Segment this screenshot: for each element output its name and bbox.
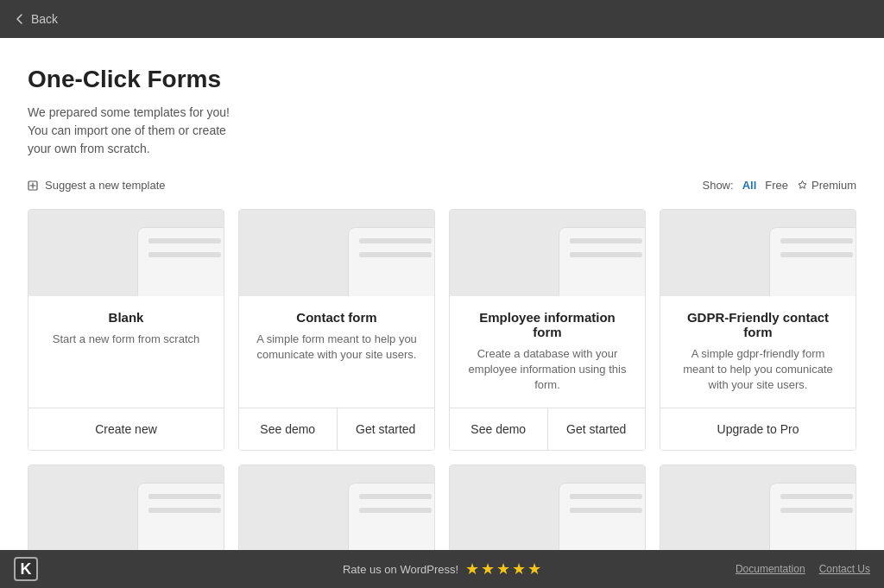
card-desc-blank: Start a new form from scratch <box>42 332 210 347</box>
stars: ★ ★ ★ ★ ★ <box>465 560 541 579</box>
card-desc-employee: Create a database with your employee inf… <box>464 346 631 394</box>
star-outline-icon <box>797 180 808 191</box>
star-4: ★ <box>512 560 526 579</box>
page-subtitle: We prepared some templates for you! You … <box>28 104 252 158</box>
card-actions-contact: See demo Get started <box>239 408 434 450</box>
show-filter: Show: All Free Premium <box>702 179 856 192</box>
page-title: One-Click Forms <box>28 66 856 93</box>
star-3: ★ <box>496 560 510 579</box>
bottom-links: Documentation Contact Us <box>736 563 870 575</box>
card-preview-feedback <box>239 465 434 550</box>
card-actions-blank: Create new <box>28 408 224 450</box>
card-body-blank: Blank Start a new form from scratch <box>28 296 224 408</box>
main-content: One-Click Forms We prepared some templat… <box>0 38 884 550</box>
rate-text: Rate us on WordPress! <box>343 563 458 576</box>
card-body-gdpr: GDPR-Friendly contact form A simple gdpr… <box>660 296 856 408</box>
contact-get-started-button[interactable]: Get started <box>338 408 435 450</box>
upgrade-to-pro-button[interactable]: Upgrade to Pro <box>660 408 856 450</box>
card-actions-gdpr: Upgrade to Pro <box>660 408 856 450</box>
filter-premium-label: Premium <box>811 179 856 192</box>
contact-us-link[interactable]: Contact Us <box>819 563 870 575</box>
card-preview-blank <box>28 210 224 296</box>
suggest-label: Suggest a new template <box>45 179 165 192</box>
star-1: ★ <box>465 560 479 579</box>
form-shape <box>769 227 856 296</box>
show-label: Show: <box>702 179 733 192</box>
card-body-employee: Employee information form Create a datab… <box>450 296 645 408</box>
cards-grid: Blank Start a new form from scratch Crea… <box>28 209 856 550</box>
card-preview-employee <box>450 210 645 296</box>
card-desc-contact: A simple form meant to help you comunica… <box>253 332 420 363</box>
toolbar: Suggest a new template Show: All Free Pr… <box>28 179 856 192</box>
star-5: ★ <box>527 560 541 579</box>
card-preview-art <box>450 465 645 550</box>
form-shape <box>137 227 224 296</box>
filter-premium[interactable]: Premium <box>797 179 856 192</box>
card-preview-gdpr <box>660 210 856 296</box>
employee-see-demo-button[interactable]: See demo <box>450 408 548 450</box>
back-button[interactable]: Back <box>14 12 58 26</box>
form-shape <box>348 483 434 550</box>
contact-see-demo-button[interactable]: See demo <box>239 408 338 450</box>
card-title-contact: Contact form <box>253 310 420 325</box>
form-shape <box>769 483 856 550</box>
bottom-bar: K Rate us on WordPress! ★ ★ ★ ★ ★ Docume… <box>0 550 884 588</box>
suggest-button[interactable]: Suggest a new template <box>28 179 165 192</box>
card-preview-appointment <box>28 465 224 550</box>
employee-get-started-button[interactable]: Get started <box>548 408 646 450</box>
card-title-employee: Employee information form <box>464 310 631 339</box>
card-preview-job <box>660 465 856 550</box>
card-job-application: Job application <box>660 465 856 550</box>
form-shape <box>559 483 645 550</box>
top-bar: Back <box>0 0 884 38</box>
documentation-link[interactable]: Documentation <box>736 563 805 575</box>
card-title-gdpr: GDPR-Friendly contact form <box>674 310 842 339</box>
card-appointment-form: Appointment form <box>28 465 224 550</box>
card-actions-employee: See demo Get started <box>450 408 645 450</box>
card-preview-contact <box>239 210 434 296</box>
card-body-contact: Contact form A simple form meant to help… <box>239 296 434 408</box>
form-shape <box>559 227 645 296</box>
back-label: Back <box>31 12 58 26</box>
star-2: ★ <box>481 560 495 579</box>
card-title-blank: Blank <box>42 310 210 325</box>
card-contact-form: Contact form A simple form meant to help… <box>238 209 435 451</box>
card-feedback-form: Customer feedback form <box>238 465 435 550</box>
filter-all[interactable]: All <box>742 179 757 192</box>
filter-free[interactable]: Free <box>765 179 788 192</box>
create-new-button[interactable]: Create new <box>28 408 224 450</box>
card-desc-gdpr: A simple gdpr-friendly form meant to hel… <box>674 346 842 394</box>
suggest-icon <box>28 180 40 192</box>
form-shape <box>348 227 434 296</box>
card-gdpr-form: GDPR-Friendly contact form A simple gdpr… <box>660 209 856 451</box>
bottom-center: Rate us on WordPress! ★ ★ ★ ★ ★ <box>343 560 541 579</box>
card-blank: Blank Start a new form from scratch Crea… <box>28 209 224 451</box>
form-shape <box>137 483 224 550</box>
logo: K <box>14 557 38 581</box>
back-icon <box>14 13 26 25</box>
card-art-contest: Art contest <box>449 465 646 550</box>
card-employee-form: Employee information form Create a datab… <box>449 209 646 451</box>
